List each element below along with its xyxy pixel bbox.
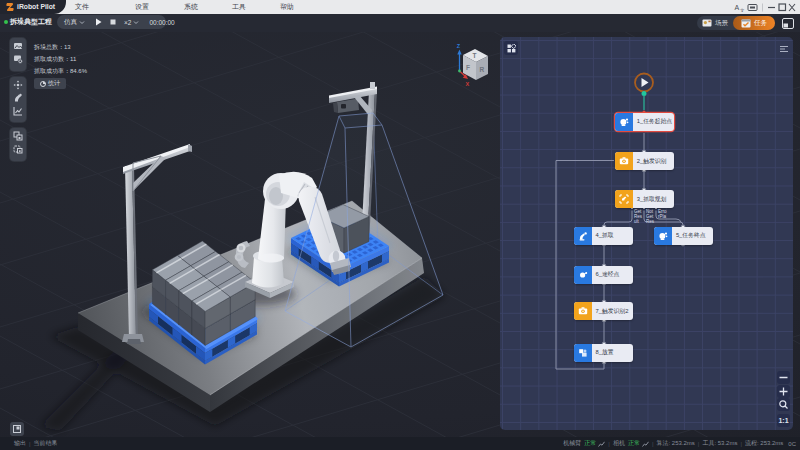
svg-text:A: A: [735, 4, 740, 11]
svg-text:F: F: [466, 64, 470, 71]
svg-text:1:1: 1:1: [778, 417, 788, 424]
svg-text:文: 文: [740, 7, 745, 12]
svg-text:R: R: [480, 66, 485, 73]
svg-text:X: X: [466, 81, 470, 87]
svg-text:T: T: [473, 52, 477, 59]
svg-text:Z: Z: [457, 43, 461, 49]
